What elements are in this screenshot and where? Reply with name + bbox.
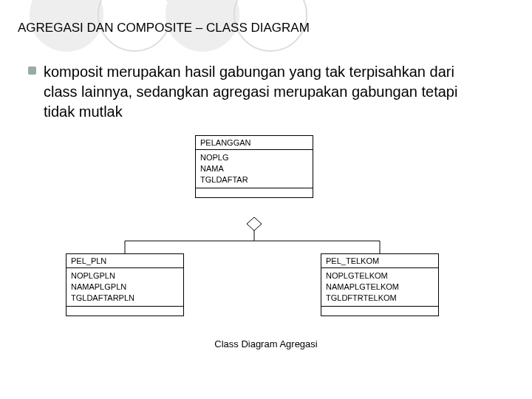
svg-marker-0 <box>247 217 262 231</box>
class-attributes: NOPLG NAMA TGLDAFTAR <box>196 150 313 188</box>
bullet-icon <box>28 66 36 75</box>
attr: NAMAPLGPLN <box>71 282 179 293</box>
class-box-parent: PELANGGAN NOPLG NAMA TGLDAFTAR <box>195 135 313 198</box>
class-name: PEL_PLN <box>66 254 183 268</box>
diagram-caption: Class Diagram Agregasi <box>18 338 514 349</box>
class-operations <box>196 188 313 197</box>
class-box-left: PEL_PLN NOPLGPLN NAMAPLGPLN TGLDAFTARPLN <box>66 253 184 316</box>
attr: NOPLGPLN <box>71 270 179 282</box>
bullet-text: komposit merupakan hasil gabungan yang t… <box>44 62 487 122</box>
slide-title: AGREGASI DAN COMPOSITE – CLASS DIAGRAM <box>18 21 514 35</box>
attr: TGLDAFTAR <box>200 174 308 185</box>
attr: NOPLG <box>200 152 308 163</box>
class-name: PELANGGAN <box>196 136 313 150</box>
class-box-right: PEL_TELKOM NOPLGTELKOM NAMAPLGTELKOM TGL… <box>321 253 439 316</box>
bullet-item: komposit merupakan hasil gabungan yang t… <box>28 62 514 122</box>
class-diagram: PELANGGAN NOPLG NAMA TGLDAFTAR PEL_PLN N… <box>18 135 514 357</box>
class-name: PEL_TELKOM <box>321 254 438 268</box>
class-operations <box>66 307 183 316</box>
attr: NAMA <box>200 163 308 174</box>
attr: TGLDAFTARPLN <box>71 293 179 304</box>
class-attributes: NOPLGPLN NAMAPLGPLN TGLDAFTARPLN <box>66 268 183 307</box>
attr: NAMAPLGTELKOM <box>326 282 434 293</box>
class-operations <box>321 307 438 316</box>
attr: NOPLGTELKOM <box>326 270 434 282</box>
class-attributes: NOPLGTELKOM NAMAPLGTELKOM TGLDFTRTELKOM <box>321 268 438 307</box>
attr: TGLDFTRTELKOM <box>326 293 434 304</box>
